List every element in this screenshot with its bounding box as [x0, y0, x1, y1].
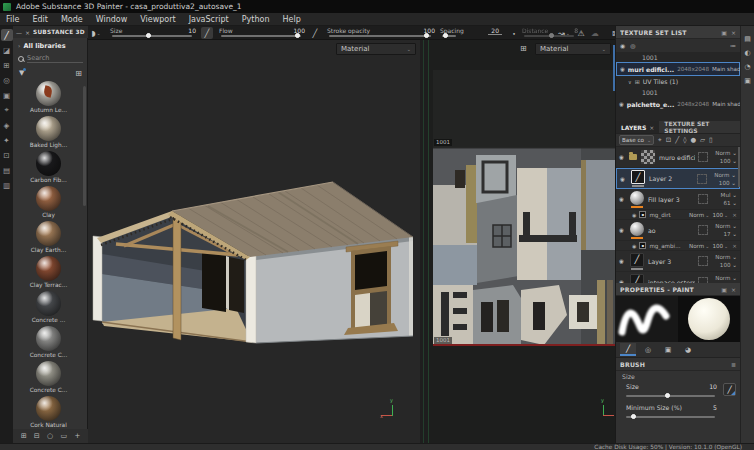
close-icon[interactable]: ×: [731, 286, 736, 293]
flow-slider[interactable]: [221, 35, 301, 37]
blend-mode[interactable]: Mul ⌄: [721, 191, 737, 199]
shader-mode-dropdown-2d[interactable]: Material⌄: [535, 43, 611, 55]
layer-effect-row[interactable]: ◉ ▪ mg_ambi... Norm⌄ 100⌄ ×: [616, 241, 740, 251]
history-icon[interactable]: ◔: [744, 63, 750, 71]
layer-row-paint[interactable]: ◉ ╱ Layer 3 Norm ⌄ 100 ⌄: [616, 251, 740, 272]
tab-layers[interactable]: LAYERS ×: [616, 121, 659, 133]
brush-preset-icon[interactable]: ◗⌄: [90, 27, 102, 39]
stroke-opacity-slider[interactable]: [329, 35, 431, 37]
material-item[interactable]: Carbon Fib...: [13, 151, 84, 186]
list-options-icon[interactable]: ≔: [730, 42, 736, 49]
layer-row-group[interactable]: ◉ muro edificio prod... Norm ⌄ 100 ⌄: [616, 147, 740, 168]
eye-outline-icon[interactable]: ◎: [630, 42, 635, 49]
material-item[interactable]: Clay Terrac...: [13, 256, 84, 291]
visibility-icon[interactable]: ◉: [619, 279, 626, 283]
visibility-icon[interactable]: ◉: [620, 176, 627, 182]
uv-tiles-row[interactable]: ∨ ⊞ UV Tiles (1): [616, 76, 740, 87]
quick-mask-tool-icon[interactable]: ▤: [1, 164, 13, 176]
align-dots-icon[interactable]: •: [508, 27, 520, 39]
brush-tab-icon[interactable]: ╱: [620, 343, 636, 356]
delete-layer-icon[interactable]: ▯: [709, 136, 713, 144]
eraser-tool-icon[interactable]: ◪: [1, 44, 13, 56]
channel-dropdown[interactable]: Base co⌄: [619, 135, 654, 145]
menu-file[interactable]: File: [6, 15, 19, 24]
opacity-value[interactable]: 100 ⌄: [719, 179, 736, 187]
material-picker-tool-icon[interactable]: ◈: [1, 119, 13, 131]
menu-window[interactable]: Window: [96, 15, 128, 24]
material-item[interactable]: Concrete C...: [13, 361, 84, 396]
flow-pressure-icon[interactable]: ╱: [309, 27, 321, 39]
alpha-tab-icon[interactable]: ◎: [640, 343, 656, 356]
undock-icon[interactable]: ▣: [721, 29, 727, 36]
material-item[interactable]: Autumn Le...: [13, 81, 84, 116]
add-paint-layer-icon[interactable]: ╱: [675, 136, 679, 144]
menu-help[interactable]: Help: [282, 15, 300, 24]
export-resources-icon[interactable]: ⊟: [34, 432, 40, 440]
grid-view-icon[interactable]: ⊞: [75, 69, 82, 78]
filter-icon[interactable]: ▼: [19, 69, 24, 77]
opacity-value[interactable]: 100 ⌄: [720, 261, 737, 269]
pick-layer-icon[interactable]: ⌖: [658, 136, 662, 144]
visibility-icon[interactable]: ◉: [632, 243, 636, 249]
material-item[interactable]: Concrete C...: [13, 326, 84, 361]
viewer-settings-icon[interactable]: ▣: [744, 77, 751, 85]
blend-mode[interactable]: Norm ⌄: [715, 274, 737, 282]
viewport-divider[interactable]: [420, 40, 428, 443]
projection-tool-icon[interactable]: ⊞: [1, 59, 13, 71]
spacing-slider[interactable]: [442, 35, 456, 37]
shader-mode-dropdown[interactable]: Material⌄: [336, 43, 416, 55]
udim-row[interactable]: 1001: [616, 87, 740, 97]
stencil-tab-icon[interactable]: ▣: [660, 343, 676, 356]
menu-mode[interactable]: Mode: [61, 15, 83, 24]
blend-mode[interactable]: Norm ⌄: [714, 171, 736, 179]
add-group-icon[interactable]: ▱: [700, 136, 705, 144]
eye-icon[interactable]: ◉: [620, 42, 625, 49]
opacity-value[interactable]: 100⌄: [712, 212, 728, 218]
blend-mode[interactable]: Norm⌄: [689, 243, 709, 249]
size-slider[interactable]: [112, 35, 192, 37]
search-input[interactable]: [27, 54, 83, 63]
size-pressure-icon[interactable]: ╱: [201, 27, 213, 39]
material-item[interactable]: Baked Ligh...: [13, 116, 84, 151]
remove-effect-icon[interactable]: ×: [732, 243, 737, 249]
uv-grid-icon[interactable]: ⊞: [520, 44, 527, 53]
brush-size-slider[interactable]: [626, 395, 715, 397]
eye-icon[interactable]: ◉: [620, 66, 625, 72]
blend-mode[interactable]: Norm ⌄: [715, 222, 737, 230]
layer-row-fill[interactable]: ◉ ao Norm ⌄ 17 ⌄: [616, 220, 740, 241]
menu-javascript[interactable]: JavaScript: [189, 15, 229, 24]
visibility-icon[interactable]: ◉: [632, 212, 636, 218]
udim-row[interactable]: 1001: [616, 52, 740, 62]
texture-set-row-selected[interactable]: ◉ muri edifici... 2048x2048 Main shader: [616, 62, 740, 76]
path-tool-icon[interactable]: ⊡: [1, 149, 13, 161]
opacity-value[interactable]: 100 ⌄: [720, 157, 737, 165]
lazy-mouse-icon[interactable]: ↝⌄: [558, 27, 570, 39]
spacing-field[interactable]: 20: [488, 27, 502, 35]
paint-tool-icon[interactable]: ╱: [1, 29, 13, 41]
section-menu-icon[interactable]: ≣: [731, 361, 736, 368]
polygon-fill-tool-icon[interactable]: ◎: [1, 74, 13, 86]
all-libraries-dropdown[interactable]: › All libraries: [13, 39, 88, 52]
add-effect-icon[interactable]: ⊡: [666, 136, 671, 144]
minimize-icon[interactable]: —: [16, 29, 22, 36]
tree-expand-icon[interactable]: ∨: [628, 79, 632, 85]
viewport-2d[interactable]: 1001 1001 Material⌄ ⊞ yx: [428, 40, 615, 443]
eye-icon[interactable]: ◉: [619, 101, 624, 107]
tab-texture-set-settings[interactable]: TEXTURE SET SETTINGS: [659, 121, 740, 133]
menu-edit[interactable]: Edit: [32, 15, 48, 24]
texture-set-row[interactable]: ◉ palchetto_e... 2048x2048 Main shader: [616, 97, 740, 111]
import-resources-icon[interactable]: ⊞: [21, 432, 27, 440]
display-settings-icon[interactable]: ▤: [744, 35, 751, 43]
shelf-scrollbar[interactable]: [83, 86, 86, 206]
material-tab-icon[interactable]: ◕: [680, 343, 696, 356]
remove-effect-icon[interactable]: ×: [732, 212, 737, 218]
opacity-value[interactable]: 17 ⌄: [723, 230, 737, 238]
layer-row-paint[interactable]: ◉ ╱ intonaco esterno Norm ⌄ 100 ⌄: [616, 272, 740, 283]
smudge-tool-icon[interactable]: ▣: [1, 89, 13, 101]
new-resource-icon[interactable]: ▭: [61, 432, 68, 440]
layer-row-selected[interactable]: ◉ ╱ Layer 2 Norm ⌄ 100 ⌄: [616, 168, 740, 189]
close-icon[interactable]: ×: [25, 29, 30, 36]
undock-icon[interactable]: ▣: [721, 286, 727, 293]
visibility-icon[interactable]: ◉: [619, 154, 626, 160]
visibility-icon[interactable]: ◉: [619, 258, 626, 264]
